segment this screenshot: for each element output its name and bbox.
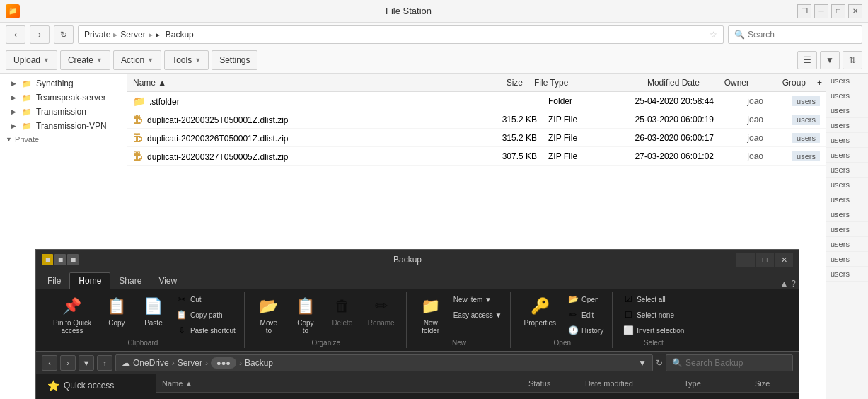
col-header-date[interactable]: Modified Date — [592, 78, 705, 88]
explorer-maximize-button[interactable]: □ — [756, 253, 774, 267]
explorer-col-size[interactable]: Size — [749, 379, 799, 388]
table-row[interactable]: 🗜duplicati-20200327T050005Z.dlist.zip 30… — [127, 147, 826, 166]
invert-selection-button[interactable]: ⬜ Invert selection — [620, 323, 687, 337]
search-input[interactable] — [748, 30, 856, 40]
col-header-size[interactable]: Size — [465, 78, 528, 88]
new-folder-button[interactable]: 📁 Newfolder — [414, 292, 448, 337]
explorer-refresh-icon[interactable]: ↻ — [656, 358, 663, 368]
select-none-button[interactable]: ☐ Select none — [620, 308, 687, 322]
onedrive-icon: ☁ — [122, 358, 130, 368]
history-button[interactable]: 🕐 History — [565, 323, 606, 337]
expand-icon: ▶ — [11, 122, 16, 129]
copy-large-button[interactable]: 📋 Copy — [100, 292, 134, 330]
explorer-forward-button[interactable]: › — [60, 355, 76, 371]
forward-button[interactable]: › — [30, 25, 50, 44]
ribbon-toolbar: 📌 Pin to Quickaccess 📋 Copy 📄 Paste — [36, 289, 799, 352]
sort-button[interactable]: ⇅ — [843, 51, 862, 69]
settings-button[interactable]: Settings — [212, 50, 257, 70]
ribbon-tab-file[interactable]: File — [39, 273, 69, 289]
sidebar-section-private[interactable]: ▼ Private — [0, 133, 127, 146]
explorer-col-status[interactable]: Status — [523, 379, 579, 388]
users-item: users — [826, 133, 868, 148]
search-icon: 🔍 — [734, 30, 745, 40]
ribbon-expand: ▲ ? — [780, 279, 796, 289]
new-item-button[interactable]: New item ▼ — [451, 292, 505, 306]
open-button[interactable]: 📂 Open — [565, 292, 606, 306]
pin-quick-access-button[interactable]: 📌 Pin to Quickaccess — [47, 292, 97, 337]
col-more-icon[interactable]: + — [811, 78, 826, 88]
explorer-icon-2: ◼ — [54, 254, 66, 265]
restore-button[interactable]: ❐ — [797, 4, 811, 18]
sidebar-item-syncthing[interactable]: ▶ 📁 Syncthing — [0, 76, 127, 91]
ribbon-group-select: ☑ Select all ☐ Select none ⬜ Invert sele… — [614, 292, 693, 348]
copy-to-button[interactable]: 📋 Copyto — [289, 292, 323, 337]
toolbar: Upload ▼ Create ▼ Action ▼ Tools ▼ Setti… — [0, 47, 868, 74]
users-item: users — [826, 207, 868, 222]
explorer-recent-button[interactable]: ▼ — [79, 355, 94, 371]
move-to-button[interactable]: 📂 Moveto — [252, 292, 286, 337]
ribbon-help-icon[interactable]: ? — [791, 279, 796, 289]
expand-icon: ▶ — [11, 94, 16, 101]
bookmark-icon[interactable]: ☆ — [710, 30, 717, 40]
explorer-empty-message: This folder is empty. — [156, 393, 799, 399]
explorer-nav: ‹ › ▼ ↑ ☁ OneDrive › Server › ●●● › Back… — [36, 352, 799, 374]
col-header-group[interactable]: Group — [755, 78, 811, 88]
upload-button[interactable]: Upload ▼ — [6, 50, 57, 70]
explorer-sidebar-quick-access[interactable]: ⭐ Quick access — [36, 377, 156, 394]
users-item: users — [826, 74, 868, 88]
explorer-breadcrumb[interactable]: ☁ OneDrive › Server › ●●● › Backup ▼ — [115, 354, 653, 371]
users-item: users — [826, 88, 868, 103]
copy-path-button[interactable]: 📋 Copy path — [173, 308, 238, 322]
edit-button[interactable]: ✏ Edit — [565, 308, 606, 322]
list-view-button[interactable]: ☰ — [797, 51, 817, 69]
create-button[interactable]: Create ▼ — [60, 50, 110, 70]
col-header-owner[interactable]: Owner — [705, 78, 755, 88]
sidebar-item-transmission-vpn[interactable]: ▶ 📁 Transmission-VPN — [0, 119, 127, 133]
paste-shortcut-button[interactable]: ⇩ Paste shortcut — [173, 323, 238, 337]
select-all-button[interactable]: ☑ Select all — [620, 292, 687, 306]
properties-button[interactable]: 🔑 Properties — [518, 292, 562, 330]
table-row[interactable]: 📁.stfolder Folder 25-04-2020 20:58:44 jo… — [127, 92, 826, 110]
action-arrow-icon: ▼ — [147, 57, 154, 64]
expand-icon: ▶ — [11, 80, 16, 87]
explorer-content: ⭐ Quick access 🖥 Desktop 📌 ⬇ Downloads 📌 — [36, 374, 799, 399]
explorer-col-date[interactable]: Date modified — [579, 379, 678, 388]
rename-button[interactable]: ✏ Rename — [362, 292, 400, 330]
users-column: users users users users users users user… — [826, 74, 868, 399]
explorer-up-button[interactable]: ↑ — [97, 355, 112, 371]
refresh-button[interactable]: ↻ — [54, 25, 74, 44]
explorer-minimize-button[interactable]: ─ — [736, 253, 755, 267]
back-button[interactable]: ‹ — [6, 25, 25, 44]
close-button[interactable]: ✕ — [848, 4, 862, 18]
sidebar-item-teamspeak[interactable]: ▶ 📁 Teamspeak-server — [0, 91, 127, 105]
tools-button[interactable]: Tools ▼ — [164, 50, 209, 70]
col-header-name[interactable]: Name ▲ — [127, 78, 465, 88]
sidebar-item-transmission[interactable]: ▶ 📁 Transmission — [0, 105, 127, 119]
explorer-search-icon: 🔍 — [672, 358, 683, 368]
explorer-col-name[interactable]: Name ▲ — [156, 379, 523, 388]
explorer-col-type[interactable]: Type — [678, 379, 749, 388]
action-button[interactable]: Action ▼ — [113, 50, 161, 70]
cut-button[interactable]: ✂ Cut — [173, 292, 238, 306]
explorer-search-input[interactable] — [685, 358, 787, 368]
table-row[interactable]: 🗜duplicati-20200325T050001Z.dlist.zip 31… — [127, 110, 826, 129]
delete-button[interactable]: 🗑 Delete — [325, 292, 359, 330]
explorer-sidebar-desktop[interactable]: 🖥 Desktop 📌 — [36, 394, 156, 399]
easy-access-button[interactable]: Easy access ▼ — [451, 308, 505, 322]
table-row[interactable]: 🗜duplicati-20200326T050001Z.dlist.zip 31… — [127, 129, 826, 147]
ribbon-tab-share[interactable]: Share — [110, 273, 150, 289]
nav-bar: ‹ › ↻ Private ▸ Server ▸ ▸ Backup ☆ 🔍 — [0, 23, 868, 47]
ribbon-tab-view[interactable]: View — [150, 273, 185, 289]
ribbon-collapse-icon[interactable]: ▲ — [780, 279, 788, 289]
folder-icon: 📁 — [22, 79, 32, 88]
explorer-back-button[interactable]: ‹ — [42, 355, 57, 371]
maximize-button[interactable]: □ — [831, 4, 845, 18]
paste-button[interactable]: 📄 Paste — [137, 292, 170, 330]
ribbon-tabs: File Home Share View ▲ ? — [36, 270, 799, 289]
col-header-type[interactable]: File Type — [528, 78, 592, 88]
ribbon-tab-home[interactable]: Home — [69, 272, 110, 289]
breadcrumb[interactable]: Private ▸ Server ▸ ▸ Backup ☆ — [78, 25, 724, 44]
explorer-close-button[interactable]: ✕ — [775, 253, 793, 267]
view-dropdown-button[interactable]: ▼ — [820, 51, 840, 69]
minimize-button[interactable]: ─ — [814, 4, 828, 18]
